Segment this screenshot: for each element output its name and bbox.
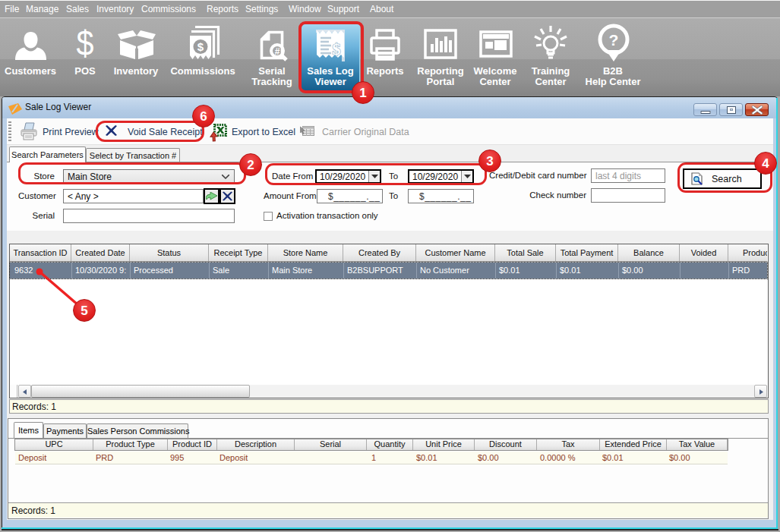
svg-text:$: $ (197, 40, 204, 53)
svg-text:#: # (275, 46, 280, 57)
svg-text:?: ? (609, 31, 619, 49)
